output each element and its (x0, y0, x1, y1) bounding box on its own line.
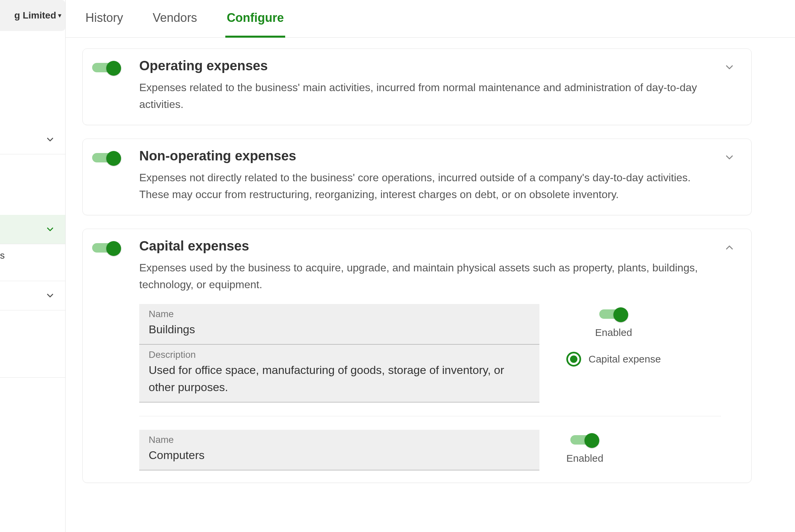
org-selector[interactable]: g Limited ▾ (0, 0, 65, 31)
radio-icon (566, 352, 581, 366)
subitem-computers: Name Computers (139, 430, 721, 471)
enabled-label: Enabled (595, 327, 632, 338)
sidebar-item-collapsed-1[interactable] (0, 125, 65, 154)
chevron-down-icon (45, 224, 55, 234)
toggle-buildings-enabled[interactable] (599, 307, 628, 321)
field-value-name: Buildings (149, 321, 530, 338)
toggle-computers-enabled[interactable] (570, 433, 599, 446)
chevron-up-icon (724, 242, 735, 253)
expand-button[interactable] (721, 58, 738, 73)
field-label-name: Name (149, 309, 530, 320)
sidebar-item-collapsed-2[interactable] (0, 281, 65, 310)
radio-capital-expense[interactable]: Capital expense (566, 352, 661, 366)
enabled-label: Enabled (566, 453, 603, 464)
sidebar-section-2: s (0, 215, 65, 261)
category-non-operating-expenses: Non-operating expenses Expenses not dire… (82, 138, 752, 215)
category-operating-expenses: Operating expenses Expenses related to t… (82, 49, 752, 125)
org-name: g Limited (15, 10, 56, 21)
toggle-capital[interactable] (92, 241, 121, 254)
category-desc: Expenses used by the business to acquire… (139, 260, 721, 293)
tab-history[interactable]: History (84, 0, 125, 38)
sidebar-section-1 (0, 125, 65, 154)
field-label-description: Description (149, 349, 530, 360)
expand-button[interactable] (721, 148, 738, 163)
main: History Vendors Configure Operating expe… (65, 0, 795, 532)
name-field[interactable]: Name Computers (139, 430, 540, 471)
content: Operating expenses Expenses related to t… (65, 38, 769, 496)
category-title: Non-operating expenses (139, 148, 721, 164)
chevron-down-icon (724, 61, 735, 73)
description-field[interactable]: Description Used for office space, manuf… (139, 345, 540, 402)
field-value-description: Used for office space, manufacturing of … (149, 361, 530, 396)
name-field[interactable]: Name Buildings (139, 304, 540, 345)
collapse-button[interactable] (721, 239, 738, 253)
tab-configure[interactable]: Configure (225, 0, 285, 38)
caret-down-icon: ▾ (58, 12, 61, 19)
tabs: History Vendors Configure (65, 0, 795, 38)
category-title: Capital expenses (139, 239, 721, 253)
chevron-down-icon (724, 152, 735, 163)
toggle-non-operating[interactable] (92, 151, 121, 165)
category-desc: Expenses related to the business' main a… (139, 79, 721, 113)
tab-vendors[interactable]: Vendors (151, 0, 198, 38)
category-desc: Expenses not directly related to the bus… (139, 170, 721, 203)
radio-label: Capital expense (588, 354, 661, 365)
toggle-operating[interactable] (92, 61, 121, 74)
field-label-name: Name (149, 435, 530, 445)
chevron-down-icon (45, 290, 55, 301)
sidebar: g Limited ▾ s (0, 0, 65, 532)
field-value-name: Computers (149, 446, 530, 464)
subitem-buildings: Name Buildings Description Used for offi… (139, 304, 721, 416)
category-title: Operating expenses (139, 58, 721, 73)
sidebar-item-active[interactable] (0, 215, 65, 244)
sidebar-sublabel: s (0, 244, 65, 261)
category-capital-expenses: Capital expenses Expenses used by the bu… (82, 229, 752, 482)
chevron-down-icon (45, 134, 55, 145)
capital-subitems: Name Buildings Description Used for offi… (139, 304, 721, 471)
